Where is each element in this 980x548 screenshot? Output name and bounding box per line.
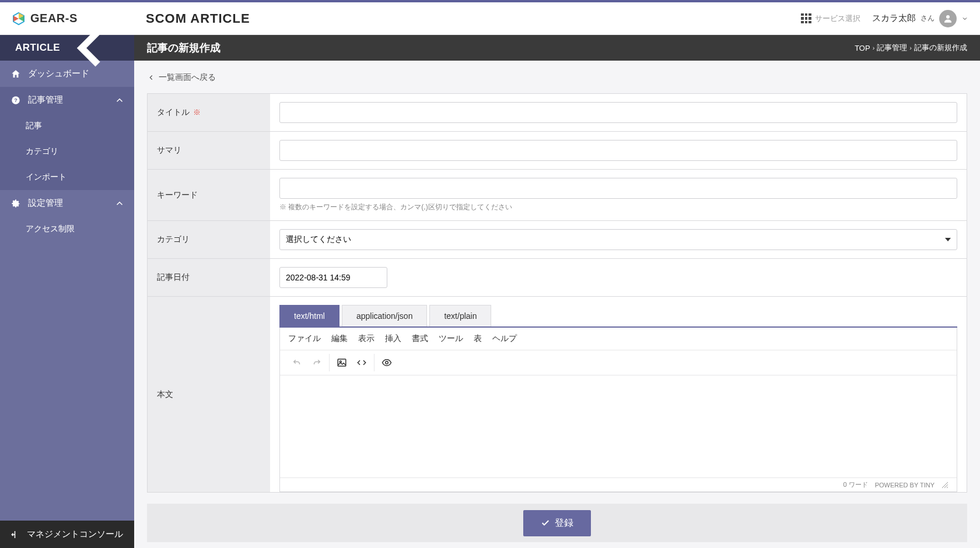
row-category: カテゴリ 選択してください <box>148 221 967 259</box>
category-placeholder: 選択してください <box>286 234 351 245</box>
chevron-up-icon <box>114 198 125 209</box>
preview-button[interactable] <box>378 354 396 371</box>
label-keyword: キーワード <box>148 170 270 220</box>
arrow-left-icon <box>147 73 155 82</box>
user-suffix: さん <box>921 13 935 23</box>
undo-button[interactable] <box>288 354 306 371</box>
svg-rect-8 <box>338 359 346 366</box>
user-menu[interactable]: スカラ太郎 さん <box>872 10 968 27</box>
sidebar-item-label: ダッシュボード <box>28 68 89 79</box>
sidebar-sub-access[interactable]: アクセス制限 <box>0 216 134 242</box>
main: 記事の新規作成 TOP › 記事管理 › 記事の新規作成 一覧画面へ戻る タイト… <box>134 35 980 548</box>
back-link[interactable]: 一覧画面へ戻る <box>147 72 216 83</box>
sidebar-item-label: 設定管理 <box>28 198 63 209</box>
redo-button[interactable] <box>308 354 326 371</box>
menu-tools[interactable]: ツール <box>439 333 463 344</box>
app-title: SCOM ARTICLE <box>146 11 250 26</box>
menu-table[interactable]: 表 <box>474 333 482 344</box>
menu-format[interactable]: 書式 <box>412 333 428 344</box>
menu-insert[interactable]: 挿入 <box>385 333 401 344</box>
label-date: 記事日付 <box>148 259 270 296</box>
editor-menubar: ファイル 編集 表示 挿入 書式 ツール 表 ヘルプ <box>280 328 957 350</box>
avatar <box>939 10 957 27</box>
row-body: 本文 text/html application/json text/plain… <box>148 297 967 492</box>
sidebar-sub-category[interactable]: カテゴリ <box>0 139 134 164</box>
submit-label: 登録 <box>555 517 573 529</box>
svg-text:?: ? <box>14 97 18 103</box>
sidebar-header: ARTICLE <box>0 35 134 61</box>
image-icon <box>337 357 347 368</box>
service-select[interactable]: サービス選択 <box>801 13 860 24</box>
eye-icon <box>382 357 392 368</box>
editor-statusbar: 0 ワード POWERED BY TINY <box>280 477 957 491</box>
summary-input[interactable] <box>279 140 957 161</box>
editor-toolbar <box>280 350 957 375</box>
required-mark: ※ <box>193 107 201 118</box>
sidebar-sub-article[interactable]: 記事 <box>0 113 134 139</box>
menu-help[interactable]: ヘルプ <box>492 333 517 344</box>
undo-icon <box>292 357 302 368</box>
row-keyword: キーワード ※ 複数のキーワードを設定する場合、カンマ(,)区切りで指定してくだ… <box>148 170 967 221</box>
page-title: 記事の新規作成 <box>147 41 220 55</box>
menu-view[interactable]: 表示 <box>358 333 374 344</box>
tab-application-json[interactable]: application/json <box>342 305 428 326</box>
global-header: GEAR-S SCOM ARTICLE サービス選択 スカラ太郎 さん <box>0 2 980 35</box>
editor: ファイル 編集 表示 挿入 書式 ツール 表 ヘルプ <box>279 328 957 492</box>
content: 一覧画面へ戻る タイトル ※ サマリ キーワード <box>134 61 980 548</box>
form-table: タイトル ※ サマリ キーワード ※ 複数のキーワードを設定する場合、カンマ(,… <box>147 93 967 493</box>
chevron-right-icon: › <box>873 44 875 51</box>
chevron-up-icon <box>114 95 125 106</box>
editor-tabs: text/html application/json text/plain <box>279 305 957 328</box>
submit-button[interactable]: 登録 <box>523 510 591 536</box>
submit-bar: 登録 <box>147 504 967 542</box>
sidebar-footer-label: マネジメントコンソール <box>27 529 123 540</box>
date-input[interactable] <box>279 267 387 288</box>
sidebar-item-label: 記事管理 <box>28 94 63 106</box>
exit-icon <box>10 529 21 540</box>
page-header: 記事の新規作成 TOP › 記事管理 › 記事の新規作成 <box>134 35 980 61</box>
menu-file[interactable]: ファイル <box>288 333 321 344</box>
powered-by: POWERED BY TINY <box>875 482 935 489</box>
sidebar-sub-import[interactable]: インポート <box>0 164 134 190</box>
label-category: カテゴリ <box>148 221 270 258</box>
keyword-input[interactable] <box>279 178 957 199</box>
sidebar-item-articles[interactable]: ? 記事管理 <box>0 87 134 113</box>
caret-down-icon <box>945 238 951 241</box>
label-summary: サマリ <box>148 132 270 169</box>
help-icon: ? <box>10 95 21 106</box>
wordcount: 0 ワード <box>844 480 868 489</box>
tab-text-html[interactable]: text/html <box>279 305 340 326</box>
back-link-label: 一覧画面へ戻る <box>159 72 216 83</box>
sidebar: ARTICLE ダッシュボード ? 記事管理 記事 カテゴリ インポート 設定管… <box>0 35 134 548</box>
code-button[interactable] <box>353 354 370 371</box>
editor-canvas[interactable] <box>280 375 957 477</box>
chevron-down-icon <box>961 15 968 22</box>
image-button[interactable] <box>333 354 351 371</box>
sidebar-item-settings[interactable]: 設定管理 <box>0 190 134 216</box>
svg-marker-2 <box>13 16 19 22</box>
crumb: 記事の新規作成 <box>914 43 967 53</box>
title-input[interactable] <box>279 102 957 123</box>
sidebar-title: ARTICLE <box>15 42 60 54</box>
sidebar-footer[interactable]: マネジメントコンソール <box>0 521 134 548</box>
breadcrumb: TOP › 記事管理 › 記事の新規作成 <box>855 43 967 53</box>
service-select-label: サービス選択 <box>815 13 860 24</box>
redo-icon <box>312 357 322 368</box>
tab-text-plain[interactable]: text/plain <box>429 305 491 326</box>
label-body: 本文 <box>148 297 270 492</box>
row-title: タイトル ※ <box>148 94 967 132</box>
apps-grid-icon <box>801 13 811 24</box>
category-select[interactable]: 選択してください <box>279 229 957 250</box>
row-date: 記事日付 <box>148 259 967 297</box>
check-icon <box>541 518 550 528</box>
gear-icon <box>10 198 21 209</box>
menu-edit[interactable]: 編集 <box>331 333 348 344</box>
label-title: タイトル ※ <box>148 94 270 131</box>
row-summary: サマリ <box>148 132 967 170</box>
crumb[interactable]: 記事管理 <box>877 43 907 53</box>
code-icon <box>356 357 367 368</box>
chevron-right-icon: › <box>909 44 912 51</box>
sidebar-item-dashboard[interactable]: ダッシュボード <box>0 61 134 87</box>
resize-handle-icon[interactable] <box>942 482 949 489</box>
crumb[interactable]: TOP <box>855 44 870 52</box>
